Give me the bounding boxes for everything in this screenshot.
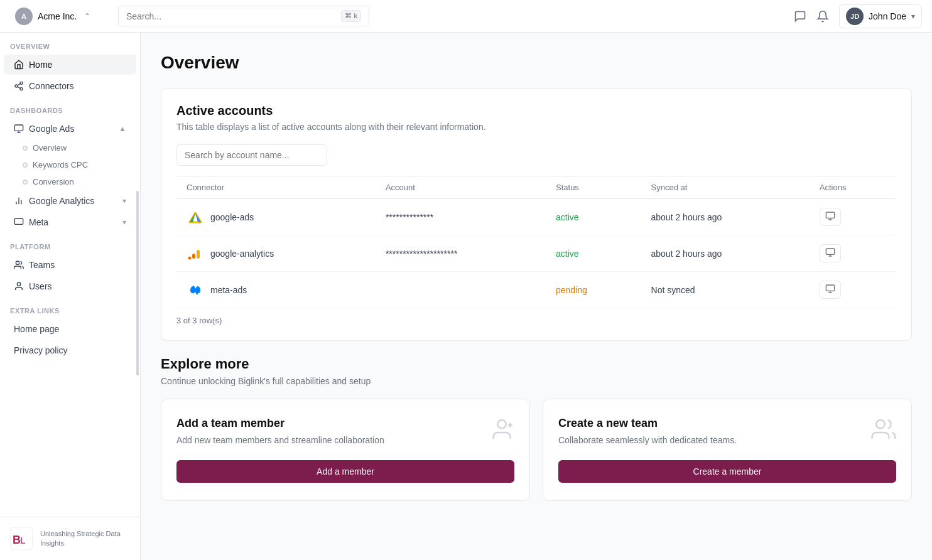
connector-cell-2: google-analytics <box>176 235 376 272</box>
biglink-logo: B L <box>10 527 33 550</box>
col-status: Status <box>546 176 641 199</box>
meta-chevron-icon: ▾ <box>122 218 126 227</box>
connector-cell-content-3: meta-ads <box>187 281 366 299</box>
svg-rect-28 <box>826 285 834 291</box>
svg-point-34 <box>876 420 884 428</box>
sidebar-footer: B L Unleashing Strategic Data Insights. <box>0 517 140 560</box>
sidebar-item-google-analytics[interactable]: Google Analytics ▾ <box>4 191 136 211</box>
google-ads-icon <box>14 124 24 134</box>
connector-cell-content-2: google-analytics <box>187 245 366 262</box>
google-ads-chevron-icon: ▲ <box>119 124 126 133</box>
col-actions: Actions <box>810 176 896 199</box>
dot-icon <box>23 146 28 151</box>
meta-ads-name: meta-ads <box>210 285 247 295</box>
sidebar-section-overview: OVERVIEW <box>0 33 140 54</box>
sidebar-item-home[interactable]: Home <box>4 55 136 75</box>
svg-rect-25 <box>826 249 834 254</box>
svg-rect-23 <box>192 254 195 259</box>
sidebar-item-users[interactable]: Users <box>4 276 136 296</box>
dot-icon-3 <box>23 180 28 185</box>
sidebar-sub-conversion-label: Conversion <box>33 177 74 186</box>
sidebar-item-meta[interactable]: Meta ▾ <box>4 212 136 232</box>
sidebar-item-home-label: Home <box>29 60 52 70</box>
add-member-button[interactable]: Add a member <box>176 460 514 483</box>
synced-at-cell-2: about 2 hours ago <box>641 235 810 272</box>
google-analytics-name: google-analytics <box>210 249 274 259</box>
sidebar: OVERVIEW Home Connectors DASHBOARDS Goog… <box>0 33 141 560</box>
sidebar-item-teams-label: Teams <box>29 260 55 270</box>
search-kbd: ⌘ k <box>341 10 361 22</box>
actions-cell-2 <box>810 235 896 272</box>
explore-card-create-team-icon <box>871 417 896 447</box>
search-input[interactable] <box>126 11 336 21</box>
table-row: meta-ads pending Not synced <box>176 272 896 308</box>
svg-point-31 <box>497 420 506 428</box>
sidebar-item-home-page-label: Home page <box>14 324 59 334</box>
actions-cell-1 <box>810 199 896 235</box>
users-icon <box>14 281 24 291</box>
sidebar-sub-item-conversion[interactable]: Conversion <box>0 173 140 190</box>
svg-text:L: L <box>20 536 26 546</box>
home-icon <box>14 60 24 70</box>
dot-icon-2 <box>23 163 28 168</box>
synced-at-cell-3: Not synced <box>641 272 810 308</box>
sidebar-section-dashboards: DASHBOARDS <box>0 97 140 118</box>
google-analytics-chevron-icon: ▾ <box>122 197 126 205</box>
svg-rect-19 <box>826 212 834 218</box>
add-user-icon <box>489 417 514 442</box>
account-cell-3 <box>376 272 546 308</box>
svg-point-2 <box>20 88 23 90</box>
account-search-input[interactable] <box>176 144 327 166</box>
status-cell-3: pending <box>546 272 641 308</box>
status-cell-2: active <box>546 235 641 272</box>
sidebar-item-meta-label: Meta <box>29 217 48 227</box>
create-member-button[interactable]: Create a member <box>558 460 896 483</box>
user-avatar: JD <box>846 8 864 25</box>
view-action-btn-3[interactable] <box>820 281 841 299</box>
chat-icon-button[interactable] <box>794 10 806 23</box>
svg-rect-11 <box>14 218 23 224</box>
explore-card-create-team-content: Create a new team Collaborate seamlessly… <box>558 417 896 460</box>
explore-card-add-member-content: Add a team member Add new team members a… <box>176 417 514 460</box>
table-row: google-ads ************** active about 2… <box>176 199 896 235</box>
col-synced-at: Synced at <box>641 176 810 199</box>
search-bar[interactable]: ⌘ k <box>118 6 369 26</box>
sidebar-scrollbar[interactable] <box>136 191 139 375</box>
accounts-table: Connector Account Status Synced at Actio… <box>176 176 896 308</box>
sidebar-item-home-page[interactable]: Home page <box>4 319 136 339</box>
svg-point-12 <box>16 261 19 264</box>
view-action-btn-2[interactable] <box>820 244 841 262</box>
active-accounts-desc: This table displays a list of active acc… <box>176 122 896 132</box>
status-badge-active-1: active <box>556 212 579 222</box>
sidebar-item-teams[interactable]: Teams <box>4 255 136 275</box>
sidebar-section-platform: PLATFORM <box>0 233 140 254</box>
synced-at-cell-1: about 2 hours ago <box>641 199 810 235</box>
view-action-btn-1[interactable] <box>820 208 841 226</box>
status-badge-active-2: active <box>556 249 579 259</box>
sidebar-item-google-analytics-label: Google Analytics <box>29 196 94 206</box>
org-switcher[interactable]: A Acme Inc. ⌃ <box>10 5 111 28</box>
sidebar-item-google-ads[interactable]: Google Ads ▲ <box>4 119 136 139</box>
org-avatar: A <box>15 8 33 25</box>
meta-logo-icon <box>187 281 204 299</box>
sidebar-item-connectors[interactable]: Connectors <box>4 76 136 96</box>
account-cell-2: ********************* <box>376 235 546 272</box>
bell-icon-button[interactable] <box>816 10 829 23</box>
svg-rect-22 <box>197 250 200 259</box>
sidebar-item-privacy-policy[interactable]: Privacy policy <box>4 340 136 360</box>
meta-icon <box>14 217 24 227</box>
main-content: Overview Active accounts This table disp… <box>141 33 932 560</box>
active-accounts-card: Active accounts This table displays a li… <box>161 88 912 341</box>
account-cell-1: ************** <box>376 199 546 235</box>
sidebar-item-privacy-policy-label: Privacy policy <box>14 345 68 355</box>
connectors-icon <box>14 81 24 91</box>
sidebar-sub-item-overview[interactable]: Overview <box>0 139 140 156</box>
user-menu[interactable]: JD John Doe ▾ <box>839 4 922 28</box>
sidebar-sub-item-keywords-cpc[interactable]: Keywords CPC <box>0 156 140 173</box>
sidebar-item-users-label: Users <box>29 281 52 291</box>
sidebar-sub-keywords-label: Keywords CPC <box>33 160 88 170</box>
chart-icon-3 <box>825 284 835 294</box>
explore-more-title: Explore more <box>161 356 912 372</box>
topbar: A Acme Inc. ⌃ ⌘ k JD John Doe ▾ <box>0 0 932 33</box>
sidebar-sub-overview-label: Overview <box>33 143 67 153</box>
